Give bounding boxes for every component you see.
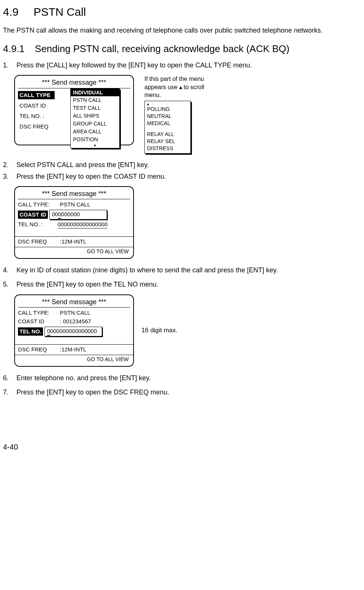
panel-title: *** Send message *** (18, 189, 130, 199)
dropdown-item-area-call[interactable]: AREA CALL (71, 128, 119, 136)
hint-text: If this part of the menu appears use ▴ t… (144, 75, 212, 99)
dropdown-item-individual[interactable]: INDIVIDUAL (71, 89, 119, 97)
subsection-heading: 4.9.1 Sending PSTN call, receiving ackno… (3, 42, 361, 55)
dropdown-item-position[interactable]: POSITION (71, 136, 119, 143)
steps-list: 1. Press the [CALL] key followed by the … (3, 61, 361, 70)
coast-id-prefix: 00 (52, 211, 58, 217)
coast-id-input[interactable]: 000000000 (49, 210, 107, 220)
step-4: 4. Key in ID of coast station (nine digi… (3, 266, 361, 275)
dsc-freq-value: :12M-INTL (60, 238, 86, 245)
step-text: Press the [ENT] key to open the DSC FREQ… (16, 388, 169, 396)
section-number: 4.9 (3, 6, 19, 18)
dropdown-item-group-call[interactable]: GROUP CALL (71, 120, 119, 128)
step-number: 6. (3, 373, 9, 382)
step-text: Press the [CALL] key followed by the [EN… (16, 61, 252, 69)
step-6: 6. Enter telephone no. and press the [EN… (3, 373, 361, 382)
step-text: Press the [ENT] key to open the COAST ID… (16, 173, 166, 180)
side-item-relay-sel[interactable]: RELAY SEL (147, 138, 188, 145)
panel-title: *** Send message *** (18, 78, 130, 88)
send-message-panel-tel-no: *** Send message *** CALL TYPE: PSTN CAL… (14, 294, 134, 367)
side-item-distress[interactable]: DISTRESS (147, 145, 188, 152)
dsc-freq-value: :12M-INTL (60, 346, 86, 353)
tel-no-value: 0000000000000000 (58, 221, 107, 229)
step-number: 5. (3, 280, 9, 289)
step-number: 1. (3, 61, 9, 70)
panel-title: *** Send message *** (18, 297, 130, 308)
call-type-label: CALL TYPE: (18, 309, 58, 317)
steps-list-4: 6. Enter telephone no. and press the [EN… (3, 373, 361, 397)
dropdown-item-test-call[interactable]: TEST CALL (71, 104, 119, 112)
step-3: 3. Press the [ENT] key to open the COAST… (3, 172, 361, 181)
subsection-title: Sending PSTN call, receiving acknowledge… (35, 43, 290, 54)
send-message-panel-coast-id: *** Send message *** CALL TYPE: PSTN CAL… (14, 186, 134, 259)
step-text: Press the [ENT] key to open the TEL NO m… (16, 281, 158, 288)
chevron-up-icon[interactable]: ▴ (147, 102, 188, 106)
step-number: 4. (3, 266, 9, 275)
step-1: 1. Press the [CALL] key followed by the … (3, 61, 361, 70)
subsection-number: 4.9.1 (3, 43, 25, 54)
section-heading: 4.9 PSTN Call (3, 2, 361, 21)
dropdown-item-all-ships[interactable]: ALL SHIPS (71, 112, 119, 120)
side-item-polling[interactable]: POLLING (147, 106, 188, 113)
scroll-overflow-box: ▴ POLLING NEUTRAL MEDICAL RELAY ALL RELA… (144, 101, 191, 154)
tel-no-rest: 000000000000000 (50, 328, 97, 334)
dsc-freq-label: DSC FREQ (18, 238, 58, 245)
coast-id-value: : 001234567 (60, 318, 91, 325)
figure-2: *** Send message *** CALL TYPE: PSTN CAL… (14, 186, 361, 259)
step-5: 5. Press the [ENT] key to open the TEL N… (3, 280, 361, 289)
step-number: 7. (3, 388, 9, 397)
step-2: 2. Select PSTN CALL and press the [ENT] … (3, 160, 361, 169)
coast-id-label: COAST ID (18, 211, 48, 219)
tel-no-label: TEL NO. : (18, 221, 58, 228)
intro-paragraph: The PSTN call allows the making and rece… (3, 26, 361, 35)
call-type-label: CALL TYPE: (18, 201, 58, 208)
step-text: Select PSTN CALL and press the [ENT] key… (16, 161, 149, 169)
tel-no-cursor: 0 (47, 327, 50, 336)
dropdown-item-pstn-call[interactable]: PSTN CALL (71, 96, 119, 104)
call-type-value: PSTN CALL (60, 309, 91, 317)
step-text: Enter telephone no. and press the [ENT] … (16, 374, 151, 382)
tel-no-label: TEL NO. (18, 327, 43, 336)
go-to-all-view[interactable]: GO TO ALL VIEW (18, 356, 130, 363)
steps-list-2: 2. Select PSTN CALL and press the [ENT] … (3, 160, 361, 181)
call-type-label: CALL TYPE (18, 91, 55, 99)
coast-id-label: COAST ID (18, 318, 58, 325)
step-number: 2. (3, 160, 9, 169)
tel-no-input[interactable]: 0000000000000000 (45, 327, 102, 336)
side-item-neutral[interactable]: NEUTRAL (147, 113, 188, 120)
side-item-relay-all[interactable]: RELAY ALL (147, 131, 188, 138)
figure-1: *** Send message *** CALL TYPE COAST ID … (14, 75, 361, 154)
chevron-down-icon[interactable]: ▾ (71, 143, 119, 147)
call-type-dropdown: INDIVIDUAL PSTN CALL TEST CALL ALL SHIPS… (70, 88, 120, 148)
steps-list-3: 4. Key in ID of coast station (nine digi… (3, 266, 361, 289)
figure-3: *** Send message *** CALL TYPE: PSTN CAL… (14, 294, 361, 367)
hint-column: If this part of the menu appears use ▴ t… (144, 75, 212, 154)
tel-no-max-note: 16 digit max. (141, 326, 177, 335)
coast-id-rest: 000000 (61, 211, 80, 217)
dsc-freq-label: DSC FREQ (18, 346, 58, 353)
step-number: 3. (3, 172, 9, 181)
page-number: 4-40 (3, 442, 361, 452)
send-message-panel: *** Send message *** CALL TYPE COAST ID … (14, 75, 134, 145)
side-item-medical[interactable]: MEDICAL (147, 120, 188, 127)
section-title: PSTN Call (34, 6, 86, 18)
step-text: Key in ID of coast station (nine digits)… (16, 266, 278, 274)
call-type-value: PSTN CALL (60, 201, 91, 208)
step-7: 7. Press the [ENT] key to open the DSC F… (3, 388, 361, 397)
go-to-all-view[interactable]: GO TO ALL VIEW (18, 248, 130, 255)
